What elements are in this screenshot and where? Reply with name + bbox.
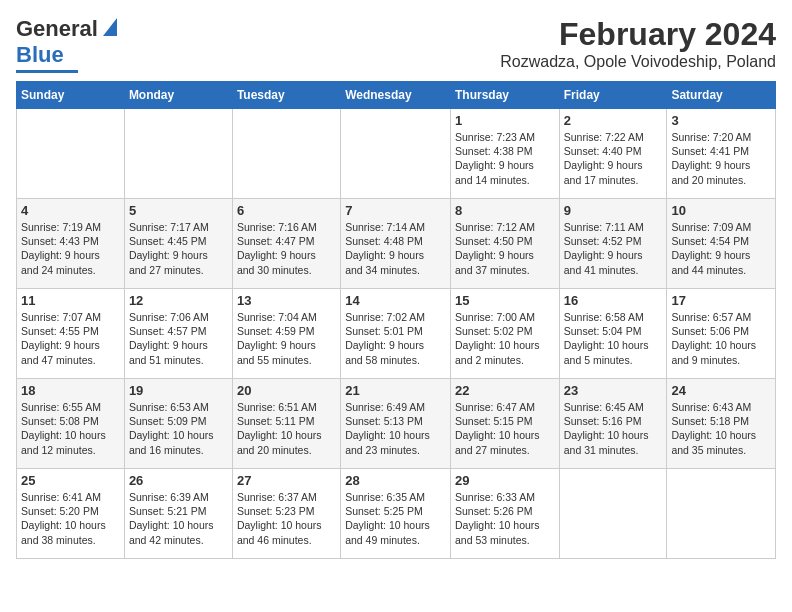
day-number: 9 (564, 203, 663, 218)
title-area: February 2024 Rozwadza, Opole Voivodeshi… (500, 16, 776, 71)
weekday-header-thursday: Thursday (450, 82, 559, 109)
calendar-week-2: 4Sunrise: 7:19 AM Sunset: 4:43 PM Daylig… (17, 199, 776, 289)
calendar-cell: 12Sunrise: 7:06 AM Sunset: 4:57 PM Dayli… (124, 289, 232, 379)
day-number: 5 (129, 203, 228, 218)
calendar-cell (341, 109, 451, 199)
calendar-cell: 20Sunrise: 6:51 AM Sunset: 5:11 PM Dayli… (232, 379, 340, 469)
day-number: 28 (345, 473, 446, 488)
logo-arrow (103, 18, 117, 40)
day-number: 6 (237, 203, 336, 218)
day-number: 25 (21, 473, 120, 488)
calendar-cell: 13Sunrise: 7:04 AM Sunset: 4:59 PM Dayli… (232, 289, 340, 379)
day-number: 4 (21, 203, 120, 218)
calendar-cell (667, 469, 776, 559)
day-number: 12 (129, 293, 228, 308)
day-content: Sunrise: 7:04 AM Sunset: 4:59 PM Dayligh… (237, 310, 336, 367)
calendar-cell: 4Sunrise: 7:19 AM Sunset: 4:43 PM Daylig… (17, 199, 125, 289)
calendar-cell: 15Sunrise: 7:00 AM Sunset: 5:02 PM Dayli… (450, 289, 559, 379)
day-content: Sunrise: 7:17 AM Sunset: 4:45 PM Dayligh… (129, 220, 228, 277)
day-number: 8 (455, 203, 555, 218)
calendar-table: SundayMondayTuesdayWednesdayThursdayFrid… (16, 81, 776, 559)
day-content: Sunrise: 7:12 AM Sunset: 4:50 PM Dayligh… (455, 220, 555, 277)
day-content: Sunrise: 7:16 AM Sunset: 4:47 PM Dayligh… (237, 220, 336, 277)
day-content: Sunrise: 6:39 AM Sunset: 5:21 PM Dayligh… (129, 490, 228, 547)
calendar-cell: 25Sunrise: 6:41 AM Sunset: 5:20 PM Dayli… (17, 469, 125, 559)
day-number: 17 (671, 293, 771, 308)
day-content: Sunrise: 6:47 AM Sunset: 5:15 PM Dayligh… (455, 400, 555, 457)
day-number: 29 (455, 473, 555, 488)
day-content: Sunrise: 7:09 AM Sunset: 4:54 PM Dayligh… (671, 220, 771, 277)
calendar-cell: 6Sunrise: 7:16 AM Sunset: 4:47 PM Daylig… (232, 199, 340, 289)
calendar-cell: 22Sunrise: 6:47 AM Sunset: 5:15 PM Dayli… (450, 379, 559, 469)
calendar-cell (232, 109, 340, 199)
day-number: 3 (671, 113, 771, 128)
day-number: 7 (345, 203, 446, 218)
day-content: Sunrise: 6:35 AM Sunset: 5:25 PM Dayligh… (345, 490, 446, 547)
page-header: General Blue February 2024 Rozwadza, Opo… (16, 16, 776, 73)
calendar-cell: 14Sunrise: 7:02 AM Sunset: 5:01 PM Dayli… (341, 289, 451, 379)
day-number: 14 (345, 293, 446, 308)
calendar-week-3: 11Sunrise: 7:07 AM Sunset: 4:55 PM Dayli… (17, 289, 776, 379)
weekday-header-friday: Friday (559, 82, 667, 109)
calendar-week-4: 18Sunrise: 6:55 AM Sunset: 5:08 PM Dayli… (17, 379, 776, 469)
day-content: Sunrise: 6:51 AM Sunset: 5:11 PM Dayligh… (237, 400, 336, 457)
calendar-cell: 23Sunrise: 6:45 AM Sunset: 5:16 PM Dayli… (559, 379, 667, 469)
calendar-cell: 11Sunrise: 7:07 AM Sunset: 4:55 PM Dayli… (17, 289, 125, 379)
day-number: 23 (564, 383, 663, 398)
day-number: 22 (455, 383, 555, 398)
day-content: Sunrise: 7:20 AM Sunset: 4:41 PM Dayligh… (671, 130, 771, 187)
day-content: Sunrise: 7:11 AM Sunset: 4:52 PM Dayligh… (564, 220, 663, 277)
day-number: 19 (129, 383, 228, 398)
calendar-cell: 17Sunrise: 6:57 AM Sunset: 5:06 PM Dayli… (667, 289, 776, 379)
calendar-cell (124, 109, 232, 199)
day-content: Sunrise: 7:02 AM Sunset: 5:01 PM Dayligh… (345, 310, 446, 367)
day-number: 20 (237, 383, 336, 398)
page-subtitle: Rozwadza, Opole Voivodeship, Poland (500, 53, 776, 71)
calendar-cell: 27Sunrise: 6:37 AM Sunset: 5:23 PM Dayli… (232, 469, 340, 559)
svg-marker-0 (103, 18, 117, 36)
page-title: February 2024 (500, 16, 776, 53)
calendar-body: 1Sunrise: 7:23 AM Sunset: 4:38 PM Daylig… (17, 109, 776, 559)
day-number: 10 (671, 203, 771, 218)
calendar-cell: 19Sunrise: 6:53 AM Sunset: 5:09 PM Dayli… (124, 379, 232, 469)
calendar-cell: 16Sunrise: 6:58 AM Sunset: 5:04 PM Dayli… (559, 289, 667, 379)
logo-underline (16, 70, 78, 73)
calendar-cell: 8Sunrise: 7:12 AM Sunset: 4:50 PM Daylig… (450, 199, 559, 289)
calendar-cell: 10Sunrise: 7:09 AM Sunset: 4:54 PM Dayli… (667, 199, 776, 289)
calendar-cell: 3Sunrise: 7:20 AM Sunset: 4:41 PM Daylig… (667, 109, 776, 199)
day-content: Sunrise: 7:07 AM Sunset: 4:55 PM Dayligh… (21, 310, 120, 367)
calendar-cell: 2Sunrise: 7:22 AM Sunset: 4:40 PM Daylig… (559, 109, 667, 199)
calendar-header: SundayMondayTuesdayWednesdayThursdayFrid… (17, 82, 776, 109)
weekday-header-wednesday: Wednesday (341, 82, 451, 109)
calendar-cell: 26Sunrise: 6:39 AM Sunset: 5:21 PM Dayli… (124, 469, 232, 559)
calendar-cell: 9Sunrise: 7:11 AM Sunset: 4:52 PM Daylig… (559, 199, 667, 289)
logo-blue: Blue (16, 42, 64, 68)
day-number: 15 (455, 293, 555, 308)
weekday-header-saturday: Saturday (667, 82, 776, 109)
logo-general: General (16, 16, 98, 42)
calendar-cell: 28Sunrise: 6:35 AM Sunset: 5:25 PM Dayli… (341, 469, 451, 559)
day-content: Sunrise: 6:43 AM Sunset: 5:18 PM Dayligh… (671, 400, 771, 457)
day-content: Sunrise: 6:41 AM Sunset: 5:20 PM Dayligh… (21, 490, 120, 547)
calendar-cell: 21Sunrise: 6:49 AM Sunset: 5:13 PM Dayli… (341, 379, 451, 469)
day-content: Sunrise: 6:55 AM Sunset: 5:08 PM Dayligh… (21, 400, 120, 457)
day-content: Sunrise: 6:57 AM Sunset: 5:06 PM Dayligh… (671, 310, 771, 367)
calendar-cell: 29Sunrise: 6:33 AM Sunset: 5:26 PM Dayli… (450, 469, 559, 559)
day-content: Sunrise: 6:49 AM Sunset: 5:13 PM Dayligh… (345, 400, 446, 457)
weekday-header-sunday: Sunday (17, 82, 125, 109)
day-content: Sunrise: 7:22 AM Sunset: 4:40 PM Dayligh… (564, 130, 663, 187)
day-number: 27 (237, 473, 336, 488)
calendar-week-5: 25Sunrise: 6:41 AM Sunset: 5:20 PM Dayli… (17, 469, 776, 559)
day-number: 1 (455, 113, 555, 128)
weekday-header-row: SundayMondayTuesdayWednesdayThursdayFrid… (17, 82, 776, 109)
calendar-cell: 1Sunrise: 7:23 AM Sunset: 4:38 PM Daylig… (450, 109, 559, 199)
day-content: Sunrise: 6:58 AM Sunset: 5:04 PM Dayligh… (564, 310, 663, 367)
day-number: 2 (564, 113, 663, 128)
day-content: Sunrise: 6:33 AM Sunset: 5:26 PM Dayligh… (455, 490, 555, 547)
day-content: Sunrise: 6:53 AM Sunset: 5:09 PM Dayligh… (129, 400, 228, 457)
day-content: Sunrise: 7:23 AM Sunset: 4:38 PM Dayligh… (455, 130, 555, 187)
calendar-cell: 5Sunrise: 7:17 AM Sunset: 4:45 PM Daylig… (124, 199, 232, 289)
logo: General Blue (16, 16, 117, 73)
day-number: 16 (564, 293, 663, 308)
day-content: Sunrise: 6:45 AM Sunset: 5:16 PM Dayligh… (564, 400, 663, 457)
